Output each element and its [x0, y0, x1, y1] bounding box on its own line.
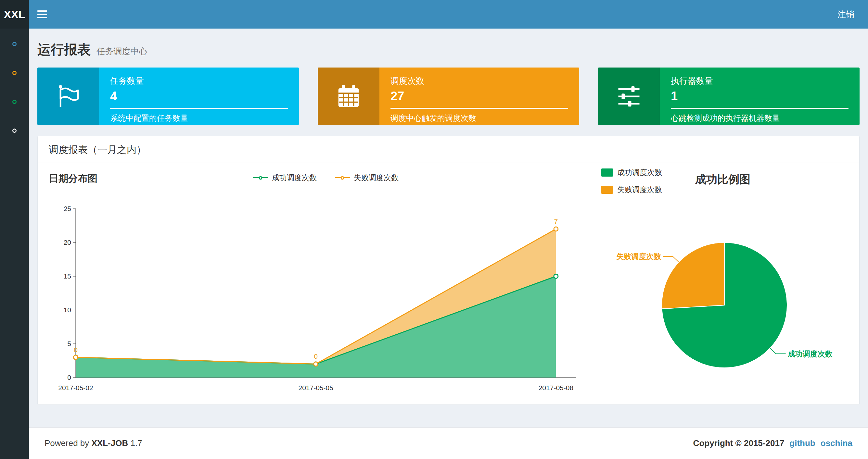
- point-label: 7: [554, 218, 558, 225]
- page-header: 运行报表 任务调度中心: [37, 41, 147, 59]
- info-box-description: 心跳检测成功的执行器机器数量: [671, 113, 848, 123]
- x-tick-label: 2017-05-05: [298, 384, 333, 392]
- progress-line: [110, 108, 288, 109]
- y-tick-label: 10: [64, 306, 71, 314]
- y-tick-label: 25: [64, 205, 71, 212]
- info-box-jobs: 任务数量 4 系统中配置的任务数量: [37, 67, 299, 125]
- sidebar-item-1[interactable]: [0, 30, 29, 59]
- line-marker-icon: [253, 177, 268, 178]
- flag-icon: [37, 67, 99, 125]
- y-tick-label: 0: [67, 373, 71, 381]
- line-area-chart: 05101520252017-05-022017-05-052017-05-08…: [38, 192, 596, 399]
- panel-title: 调度报表（一月之内）: [38, 136, 859, 163]
- sidebar: [0, 29, 29, 459]
- sliders-icon: [598, 67, 660, 125]
- info-box-label: 任务数量: [110, 75, 288, 87]
- line-chart-title: 日期分布图: [49, 172, 97, 185]
- progress-line: [671, 108, 848, 109]
- fail-point: [314, 362, 318, 366]
- info-box-label: 执行器数量: [671, 75, 848, 87]
- y-tick-label: 20: [64, 238, 71, 246]
- point-label: 0: [314, 353, 318, 360]
- circle-icon: [12, 100, 17, 104]
- progress-line: [391, 108, 568, 109]
- page-title: 运行报表: [37, 42, 91, 57]
- circle-icon: [12, 42, 17, 46]
- sidebar-item-4[interactable]: [0, 116, 29, 145]
- pie-chart: 成功调度次数失败调度次数: [583, 169, 860, 396]
- x-tick-label: 2017-05-02: [58, 384, 93, 392]
- fail-point: [74, 355, 78, 359]
- pie-connector: [663, 257, 679, 262]
- pie-slice: [662, 242, 724, 309]
- fail-point: [554, 227, 558, 231]
- calendar-icon: [318, 67, 379, 125]
- app-logo[interactable]: XXL: [0, 0, 29, 29]
- info-box-executors: 执行器数量 1 心跳检测成功的执行器机器数量: [598, 67, 860, 125]
- report-panel: 调度报表（一月之内） 日期分布图 成功调度次数 失败调度次数 051015202…: [37, 136, 860, 405]
- line-chart-legend: 成功调度次数 失败调度次数: [253, 173, 399, 183]
- circle-icon: [12, 129, 17, 133]
- info-box-value: 4: [110, 89, 288, 103]
- sidebar-item-3[interactable]: [0, 87, 29, 116]
- info-box-description: 调度中心触发的调度次数: [391, 113, 568, 123]
- info-box-triggers: 调度次数 27 调度中心触发的调度次数: [318, 67, 579, 125]
- x-tick-label: 2017-05-08: [538, 384, 574, 392]
- product-name: XXL-JOB: [92, 438, 128, 448]
- info-box-value: 27: [391, 89, 568, 103]
- oschina-link[interactable]: oschina: [820, 438, 852, 448]
- logout-link[interactable]: 注销: [824, 0, 868, 29]
- point-label: 0: [74, 346, 78, 354]
- footer: Powered by XXL-JOB 1.7 Copyright © 2015-…: [29, 427, 868, 459]
- main-content: 运行报表 任务调度中心 任务数量 4 系统中配置的任务数量: [29, 29, 868, 427]
- info-box-label: 调度次数: [391, 75, 568, 87]
- sidebar-toggle-button[interactable]: [29, 0, 56, 29]
- info-box-row: 任务数量 4 系统中配置的任务数量: [37, 67, 860, 125]
- copyright: Copyright © 2015-2017githuboschina: [693, 438, 852, 448]
- legend-item-fail[interactable]: 失败调度次数: [335, 173, 399, 183]
- success-point: [554, 274, 558, 278]
- powered-by: Powered by XXL-JOB 1.7: [44, 438, 142, 448]
- pie-slice-label: 成功调度次数: [787, 350, 833, 358]
- pie-connector: [770, 348, 785, 354]
- line-marker-icon: [335, 177, 350, 178]
- hamburger-icon: [37, 10, 47, 12]
- page-subtitle: 任务调度中心: [96, 46, 147, 56]
- info-box-value: 1: [671, 89, 848, 103]
- github-link[interactable]: github: [789, 438, 815, 448]
- top-navbar: XXL 注销: [0, 0, 868, 29]
- y-tick-label: 5: [67, 340, 71, 347]
- pie-slice-label: 失败调度次数: [616, 252, 661, 261]
- circle-icon: [12, 71, 17, 75]
- info-box-description: 系统中配置的任务数量: [110, 113, 288, 123]
- y-tick-label: 15: [64, 272, 71, 280]
- sidebar-item-2[interactable]: [0, 59, 29, 87]
- legend-item-success[interactable]: 成功调度次数: [253, 173, 317, 183]
